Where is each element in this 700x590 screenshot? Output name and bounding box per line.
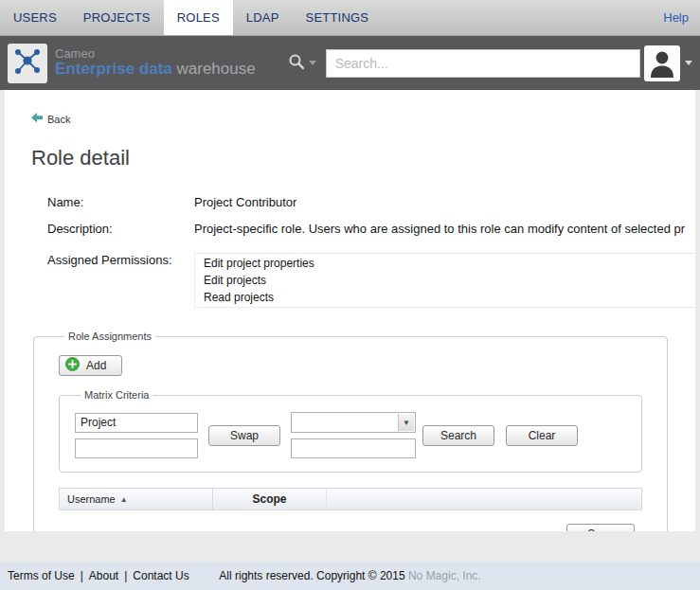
avatar bbox=[644, 45, 680, 81]
permissions-label: Assigned Permissions: bbox=[47, 253, 194, 308]
brand-name: Cameo bbox=[55, 47, 256, 61]
user-icon bbox=[648, 47, 676, 81]
permissions-row: Assigned Permissions: Edit project prope… bbox=[47, 253, 695, 308]
search-input[interactable] bbox=[326, 49, 640, 78]
back-arrow-icon bbox=[31, 113, 43, 125]
permission-item[interactable]: Edit project properties bbox=[195, 255, 695, 272]
name-row: Name: Project Contributor bbox=[47, 195, 695, 209]
help-link[interactable]: Help bbox=[652, 0, 700, 35]
role-assignments-section: Role Assignments Add Matrix Criteria Swa… bbox=[33, 331, 668, 531]
column-header-filler bbox=[327, 489, 641, 510]
search-zone bbox=[288, 49, 640, 78]
app-logo bbox=[8, 44, 47, 83]
footer: All rights reserved. Copyright © 2015 No… bbox=[0, 562, 700, 590]
save-row: Save bbox=[59, 524, 642, 531]
clear-button[interactable]: Clear bbox=[506, 425, 578, 446]
select-caret-icon: ▼ bbox=[398, 414, 414, 431]
search-icon bbox=[288, 53, 305, 74]
footer-links: Terms of Use About Contact Us bbox=[8, 569, 189, 582]
tab-settings[interactable]: SETTINGS bbox=[293, 0, 383, 35]
permission-item[interactable]: Read projects bbox=[195, 289, 695, 306]
add-button[interactable]: Add bbox=[59, 355, 122, 376]
about-link[interactable]: About bbox=[89, 569, 133, 582]
matrix-criteria-legend: Matrix Criteria bbox=[81, 389, 153, 401]
contact-us-link[interactable]: Contact Us bbox=[133, 569, 188, 582]
molecule-logo-icon bbox=[11, 45, 44, 81]
column-header-username[interactable]: Username ▲ bbox=[60, 489, 213, 510]
brand-line-light: warehouse bbox=[172, 60, 256, 78]
description-value: Project-specific role. Users who are ass… bbox=[194, 222, 685, 236]
role-assignments-legend: Role Assignments bbox=[64, 331, 155, 342]
swap-button[interactable]: Swap bbox=[208, 425, 280, 446]
user-menu[interactable] bbox=[644, 45, 692, 81]
matrix-criteria-section: Matrix Criteria Swap ▼ Search Clear bbox=[59, 389, 642, 473]
main-panel: Back Role detail Name: Project Contribut… bbox=[5, 90, 695, 531]
search-button[interactable]: Search bbox=[422, 425, 494, 446]
tab-ldap[interactable]: LDAP bbox=[233, 0, 293, 35]
tab-projects[interactable]: PROJECTS bbox=[70, 0, 164, 35]
description-label: Description: bbox=[47, 222, 194, 236]
brand-text: Cameo Enterprise data warehouse bbox=[55, 47, 256, 79]
add-button-label: Add bbox=[86, 359, 106, 372]
name-label: Name: bbox=[47, 195, 194, 209]
add-plus-icon bbox=[65, 357, 80, 374]
username-column-label: Username bbox=[67, 493, 116, 505]
brand-header: Cameo Enterprise data warehouse bbox=[0, 36, 700, 90]
company-name: No Magic, Inc. bbox=[408, 569, 481, 582]
description-row: Description: Project-specific role. User… bbox=[47, 222, 695, 236]
name-value: Project Contributor bbox=[194, 195, 296, 209]
permissions-listbox: Edit project properties Edit projects Re… bbox=[194, 253, 695, 308]
row-criteria-input[interactable] bbox=[75, 413, 198, 433]
back-label: Back bbox=[47, 114, 70, 125]
row-filter-input[interactable] bbox=[75, 438, 198, 458]
search-scope-caret-icon bbox=[309, 61, 316, 65]
search-scope-dropdown[interactable] bbox=[288, 53, 316, 74]
column-header-scope[interactable]: Scope bbox=[213, 489, 327, 510]
tab-roles[interactable]: ROLES bbox=[164, 0, 233, 35]
matrix-criteria-grid: Swap ▼ Search Clear bbox=[75, 412, 626, 458]
copyright-label: All rights reserved. Copyright © 2015 bbox=[219, 569, 408, 582]
brand-line-strong: Enterprise data bbox=[55, 60, 172, 78]
tab-users[interactable]: USERS bbox=[0, 0, 70, 35]
save-button[interactable]: Save bbox=[566, 524, 635, 531]
page-title: Role detail bbox=[31, 146, 695, 170]
assignments-table-header: Username ▲ Scope bbox=[59, 488, 642, 510]
top-navigation: USERS PROJECTS ROLES LDAP SETTINGS Help bbox=[0, 0, 700, 36]
terms-of-use-link[interactable]: Terms of Use bbox=[8, 569, 89, 582]
column-filter-input[interactable] bbox=[291, 438, 416, 458]
user-menu-caret-icon bbox=[685, 61, 692, 65]
column-criteria-select[interactable]: ▼ bbox=[291, 412, 416, 433]
permission-item[interactable]: Edit projects bbox=[195, 272, 695, 289]
back-link[interactable]: Back bbox=[31, 113, 70, 125]
sort-ascending-icon: ▲ bbox=[120, 495, 128, 504]
